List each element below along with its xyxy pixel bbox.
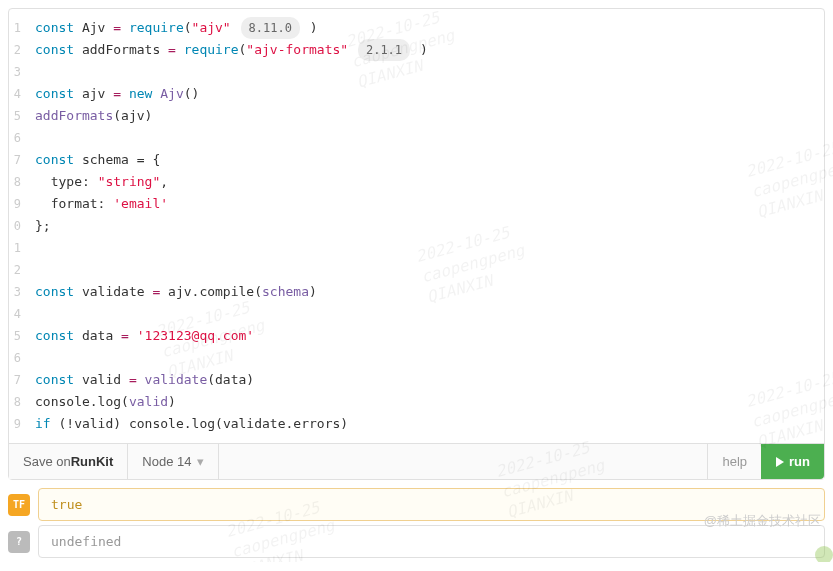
side-decoration-icon	[815, 546, 833, 562]
type-badge-boolean: TF	[8, 494, 30, 516]
help-button[interactable]: help	[707, 444, 761, 479]
code-editor[interactable]: 1234567890123456789 const Ajv = require(…	[8, 8, 825, 480]
version-badge[interactable]: 8.11.0	[241, 17, 300, 39]
save-button[interactable]: Save on RunKit	[9, 444, 128, 479]
output-row: TF true	[8, 488, 825, 521]
play-icon	[775, 457, 785, 467]
editor-toolbar: Save on RunKit Node 14▾ help run	[9, 443, 824, 479]
version-badge[interactable]: 2.1.1	[358, 39, 410, 61]
run-button[interactable]: run	[761, 444, 824, 479]
node-version-dropdown[interactable]: Node 14▾	[128, 444, 219, 479]
line-gutter: 1234567890123456789	[9, 17, 23, 435]
credit-text: @稀土掘金技术社区	[704, 512, 821, 530]
output-row: ? undefined	[8, 525, 825, 558]
chevron-down-icon: ▾	[197, 454, 204, 469]
code-content[interactable]: const Ajv = require("ajv" 8.11.0 ) const…	[23, 17, 824, 435]
type-badge-undefined: ?	[8, 531, 30, 553]
